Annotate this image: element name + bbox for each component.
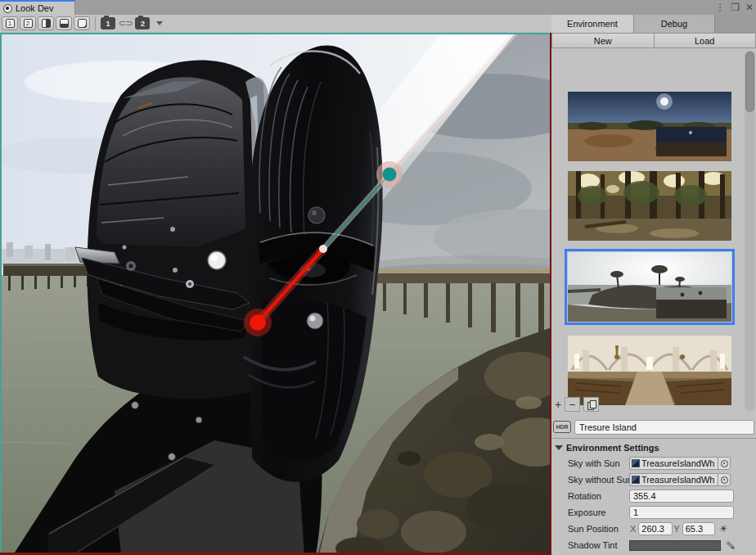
- tab-environment[interactable]: Environment: [551, 15, 634, 33]
- shadow-tint-color-swatch[interactable]: [629, 540, 721, 551]
- exposure-row: Exposure: [551, 504, 756, 521]
- panel-tab-bar: Environment Debug: [551, 15, 756, 33]
- rotation-label: Rotation: [551, 491, 629, 501]
- hdr-name-row: HDR: [553, 418, 754, 435]
- link-cameras-icon[interactable]: ⊂⊃: [117, 18, 133, 29]
- rotation-row: Rotation: [551, 488, 756, 504]
- object-picker-icon: [721, 476, 728, 484]
- new-button[interactable]: New: [551, 33, 655, 48]
- sky-with-sun-object-field[interactable]: TreasureIslandWh: [629, 457, 718, 470]
- single-view-1-button[interactable]: 1: [2, 16, 18, 30]
- title-bar: Look Dev ⋮ ❐ ✕: [0, 0, 756, 15]
- lookdev-window: Look Dev ⋮ ❐ ✕ 1 2 1 ⊂⊃ 2: [0, 0, 756, 555]
- view-2-icon: 2: [24, 19, 33, 28]
- sun-position-label: Sun Position: [551, 524, 629, 534]
- object-picker-icon: [721, 460, 728, 467]
- hdri-list-toolbar: + −: [551, 396, 609, 413]
- sky-with-sun-row: Sky with Sun TreasureIslandWh: [551, 455, 756, 472]
- texture-icon: [632, 476, 640, 484]
- hdri-thumbnail-forest[interactable]: [568, 171, 731, 241]
- camera-2-button[interactable]: 2: [135, 17, 150, 29]
- shadow-tint-label: Shadow Tint: [551, 540, 629, 550]
- hdri-thumbnail-church[interactable]: [568, 336, 731, 405]
- hdri-thumbnail-savanna[interactable]: [568, 92, 731, 161]
- sun-brightest-point-icon[interactable]: ☀: [719, 523, 728, 535]
- top-bottom-split-button[interactable]: [56, 16, 72, 30]
- chevron-down-icon[interactable]: [156, 21, 163, 25]
- load-button[interactable]: Load: [655, 33, 756, 48]
- duplicate-hdri-button[interactable]: [583, 397, 599, 412]
- thumbnail-scrollbar[interactable]: [745, 51, 755, 411]
- duplicate-icon: [587, 400, 595, 409]
- sky-without-sun-value: TreasureIslandWh: [641, 475, 714, 485]
- y-axis-label[interactable]: Y: [673, 524, 679, 534]
- vertical-split-icon: [42, 19, 51, 28]
- side-by-side-split-button[interactable]: [38, 16, 54, 30]
- viewport-scene: [0, 33, 551, 555]
- foldout-triangle-icon: [555, 445, 563, 450]
- sky-without-sun-picker-button[interactable]: [718, 473, 731, 486]
- sky-without-sun-label: Sky without Sun: [551, 475, 629, 485]
- sun-position-y-field[interactable]: [682, 522, 715, 535]
- sky-with-sun-value: TreasureIslandWh: [641, 458, 714, 468]
- add-hdri-button[interactable]: +: [551, 398, 565, 411]
- single-view-2-button[interactable]: 2: [20, 16, 36, 30]
- texture-icon: [632, 459, 640, 467]
- close-icon[interactable]: ✕: [745, 0, 754, 15]
- hdri-name-field[interactable]: [574, 420, 754, 435]
- remove-hdri-button[interactable]: −: [565, 397, 580, 412]
- sun-position-row: Sun Position X Y ☀: [551, 521, 756, 537]
- eyedropper-icon[interactable]: 🖉: [726, 540, 735, 550]
- env-actions: New Load: [551, 33, 756, 48]
- viewport-toolbar: 1 2 1 ⊂⊃ 2: [0, 15, 551, 33]
- selected-thumbnail-frame: [565, 249, 735, 325]
- scrollbar-thumb[interactable]: [745, 52, 754, 112]
- x-axis-label[interactable]: X: [630, 524, 636, 534]
- environment-settings-header[interactable]: Environment Settings: [555, 441, 756, 454]
- horizontal-split-icon: [60, 19, 69, 28]
- tab-look-dev[interactable]: Look Dev: [0, 0, 75, 15]
- diagonal-split-button[interactable]: [74, 16, 90, 30]
- lookdev-viewport[interactable]: [0, 33, 551, 555]
- tab-debug[interactable]: Debug: [634, 15, 715, 33]
- diagonal-split-icon: [78, 19, 87, 28]
- sky-without-sun-object-field[interactable]: TreasureIslandWh: [629, 473, 718, 486]
- toolbar-separator: [95, 17, 96, 30]
- sun-position-x-field[interactable]: [638, 522, 673, 535]
- sky-with-sun-picker-button[interactable]: [718, 457, 731, 470]
- shadow-tint-row: Shadow Tint 🖉: [551, 537, 756, 553]
- sky-with-sun-label: Sky with Sun: [551, 458, 629, 468]
- rotation-field[interactable]: [629, 490, 734, 503]
- window-title: Look Dev: [16, 3, 53, 13]
- window-controls: ⋮ ❐ ✕: [715, 0, 754, 15]
- hdri-thumbnail-list: [551, 49, 756, 413]
- exposure-label: Exposure: [551, 508, 629, 517]
- maximize-icon[interactable]: ❐: [731, 0, 740, 15]
- camera-1-button[interactable]: 1: [101, 17, 115, 29]
- view-1-icon: 1: [6, 19, 15, 28]
- hdr-badge: HDR: [553, 421, 571, 433]
- sky-without-sun-row: Sky without Sun TreasureIslandWh: [551, 472, 756, 488]
- eye-icon: [3, 4, 12, 13]
- environment-settings-title: Environment Settings: [566, 443, 659, 453]
- exposure-field[interactable]: [629, 506, 734, 519]
- environment-panel: Environment Debug New Load: [551, 15, 756, 555]
- divider: [551, 438, 756, 439]
- menu-icon[interactable]: ⋮: [715, 0, 725, 15]
